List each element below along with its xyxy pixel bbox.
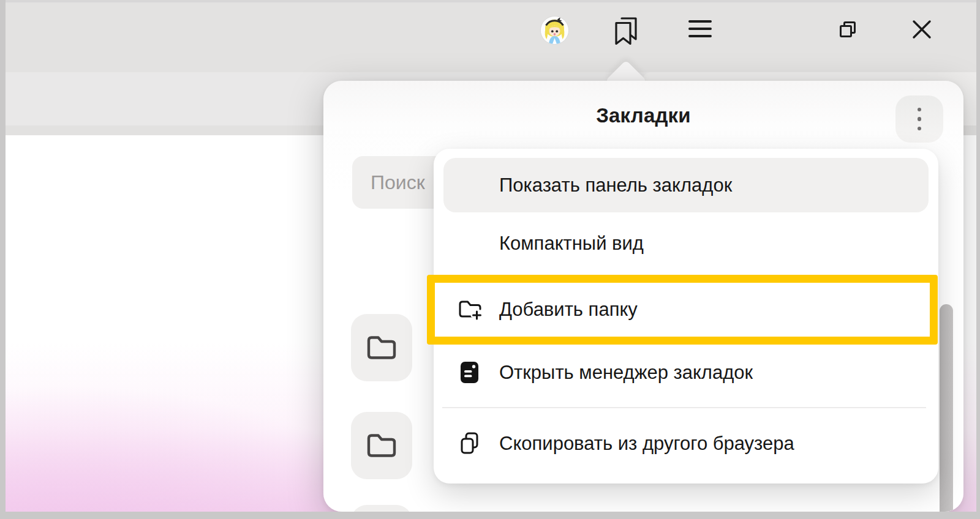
menu-item-add-folder[interactable]: Добавить папку	[434, 280, 938, 340]
close-icon	[912, 20, 932, 39]
popup-options-button[interactable]	[895, 95, 943, 143]
window-border-right	[976, 0, 980, 519]
window-border-left	[0, 0, 6, 519]
copy-from-browser-icon	[457, 430, 483, 457]
bookmark-folder-tile[interactable]	[351, 505, 412, 512]
bookmarks-button[interactable]	[612, 16, 639, 45]
bookmarks-icon	[612, 16, 639, 45]
titlebar	[0, 2, 980, 72]
menu-item-label: Добавить папку	[499, 299, 638, 321]
menu-item-label: Показать панель закладок	[499, 174, 732, 196]
window-border-bottom	[0, 512, 980, 519]
folder-icon	[365, 431, 398, 460]
alice-avatar-icon	[541, 17, 568, 44]
window-border-top	[0, 0, 980, 2]
menu-item-copy-from-other-browser[interactable]: Скопировать из другого браузера	[434, 413, 938, 474]
bookmark-folder-tile[interactable]	[351, 314, 412, 381]
menu-item-label: Компактный вид	[499, 233, 644, 255]
profile-avatar[interactable]	[541, 17, 568, 44]
menu-item-label: Скопировать из другого браузера	[499, 433, 794, 455]
popup-scrollbar-thumb[interactable]	[940, 304, 953, 512]
bookmark-folder-tile[interactable]	[351, 412, 412, 479]
popup-title: Закладки	[323, 102, 963, 130]
bookmarks-context-menu: Показать панель закладок Компактный вид …	[434, 149, 938, 484]
folder-icon	[365, 334, 398, 362]
menu-item-open-bookmarks-manager[interactable]: Открыть менеджер закладок	[434, 345, 938, 401]
menu-item-label: Открыть менеджер закладок	[499, 362, 753, 384]
menu-icon	[688, 20, 712, 23]
folder-add-icon	[457, 296, 483, 323]
browser-window: Закладки Показать панель закладок	[0, 0, 980, 519]
restore-button[interactable]	[839, 20, 857, 39]
browser-menu-button[interactable]	[688, 20, 712, 39]
menu-divider	[442, 407, 926, 408]
close-button[interactable]	[912, 20, 932, 39]
kebab-menu-icon	[918, 108, 922, 112]
menu-item-compact-view[interactable]: Компактный вид	[443, 212, 929, 274]
menu-item-show-bookmarks-bar[interactable]: Показать панель закладок	[443, 158, 929, 212]
bookmarks-manager-icon	[457, 359, 483, 386]
restore-icon	[839, 20, 857, 39]
